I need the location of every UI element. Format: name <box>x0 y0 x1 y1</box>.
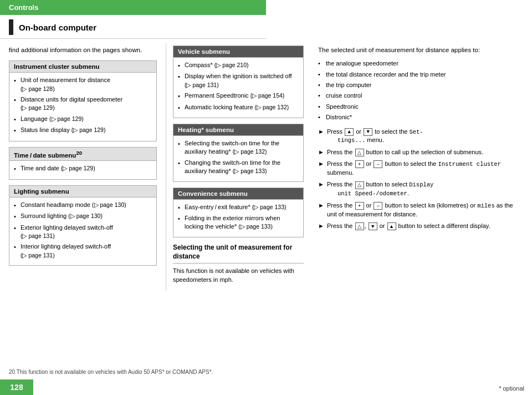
bullet-icon: • <box>318 59 324 68</box>
press-text: Press ▲ or ▼ to select the Set- tings...… <box>327 128 524 145</box>
bullet-icon: • <box>318 70 324 79</box>
list-item: • Status line display (▷ page 129) <box>14 126 152 135</box>
convenience-submenu-content: • Easy-entry / exit feature* (▷ page 133… <box>173 200 303 237</box>
press-instruction: ► Press the △ button to call up the sele… <box>318 148 524 156</box>
item-text: Time and date (▷ page 129) <box>21 164 152 173</box>
right-intro: The selected unit of measurement for dis… <box>318 45 524 55</box>
item-text: Exterior lighting delayed switch-off (▷ … <box>21 224 152 241</box>
minus-button-icon: − <box>374 160 382 168</box>
plus-button-icon2: + <box>355 202 364 210</box>
bullet-icon: • <box>318 103 324 111</box>
instrument-cluster-header: Instrument cluster submenu <box>9 61 156 73</box>
item-text: Constant headlamp mode (▷ page 130) <box>21 201 152 209</box>
time-date-header: Time / date submenu20 <box>9 148 156 161</box>
convenience-submenu-header: Convenience submenu <box>173 188 303 200</box>
main-content: find additional information on the pages… <box>0 39 532 295</box>
instrument-cluster-submenu-box: Instrument cluster submenu • Unit of mea… <box>9 60 157 141</box>
list-item: • Distance units for digital speedometer… <box>14 95 152 113</box>
item-text: Unit of measurement for distance (▷ page… <box>21 76 152 93</box>
bullet-icon: • <box>14 212 18 221</box>
bullet-icon: • <box>14 77 18 85</box>
item-text: Automatic locking feature (▷ page 132) <box>185 103 299 112</box>
section-header: Controls <box>0 0 266 15</box>
page-title: On-board computer <box>19 23 96 32</box>
page-container: Controls On-board computer find addition… <box>0 0 532 395</box>
press-instruction: ► Press the △, ▼ or ▲ button to select a… <box>318 222 524 230</box>
bullet-icon: • <box>318 113 324 121</box>
vehicle-submenu-header: Vehicle submenu <box>173 46 303 58</box>
list-item: • Time and date (▷ page 129) <box>14 164 152 173</box>
item-text: Easy-entry / exit feature* (▷ page 133) <box>185 203 299 211</box>
item-text: Interior lighting delayed switch-off (▷ … <box>21 242 152 260</box>
bullet-icon: • <box>14 126 18 135</box>
applies-item: • the trip computer <box>318 81 524 89</box>
instrument-cluster-content: • Unit of measurement for distance (▷ pa… <box>9 73 156 140</box>
applies-item: • Distronic* <box>318 113 524 121</box>
bullet-icon: • <box>178 215 182 223</box>
press-instruction: ► Press the + or − button to select the … <box>318 160 524 177</box>
lighting-content: • Constant headlamp mode (▷ page 130) • … <box>9 198 156 265</box>
item-text: Folding in the exterior mirrors when loc… <box>185 214 299 231</box>
down-button-icon2: ▼ <box>369 222 377 230</box>
press-text: Press the + or − button to select km (ki… <box>327 201 524 219</box>
list-item: • Constant headlamp mode (▷ page 130) <box>14 201 152 210</box>
page-title-area: On-board computer <box>0 15 266 39</box>
bullet-icon: • <box>318 81 324 89</box>
bullet-icon: • <box>178 204 182 212</box>
vehicle-submenu-content: • Compass* (▷ page 210) • Display when t… <box>173 58 303 118</box>
bullet-icon: • <box>14 201 18 210</box>
optional-label: * optional <box>491 382 532 395</box>
nav-button-icon3: △ <box>355 222 364 230</box>
list-item: • Compass* (▷ page 210) <box>178 61 299 70</box>
list-item: • Folding in the exterior mirrors when l… <box>178 214 299 231</box>
press-instruction: ► Press the △ button to select Display u… <box>318 180 524 198</box>
arrow-icon: ► <box>318 201 325 210</box>
right-column: The selected unit of measurement for dis… <box>310 43 532 291</box>
arrow-icon: ► <box>318 160 325 168</box>
list-item: • Language (▷ page 129) <box>14 115 152 124</box>
applies-item: • the total distance recorder and the tr… <box>318 70 524 79</box>
applies-item: • Speedtronic <box>318 103 524 111</box>
bullet-icon: • <box>318 92 324 100</box>
down-button-icon: ▼ <box>364 128 372 136</box>
bullet-icon: • <box>14 96 18 104</box>
intro-text: find additional information on the pages… <box>9 45 157 55</box>
arrow-icon: ► <box>318 180 325 189</box>
nav-button-icon4: ▲ <box>387 222 396 230</box>
bullet-icon: • <box>14 115 18 124</box>
lighting-header: Lighting submenu <box>9 186 156 198</box>
bullet-icon: • <box>178 159 182 168</box>
page-number: 128 <box>0 379 33 395</box>
title-bar-accent <box>9 19 13 35</box>
list-item: • Easy-entry / exit feature* (▷ page 133… <box>178 203 299 212</box>
list-item: • Selecting the switch-on time for the a… <box>178 139 299 156</box>
convenience-submenu-box: Convenience submenu • Easy-entry / exit … <box>173 188 304 237</box>
left-column: find additional information on the pages… <box>0 43 166 291</box>
applies-item: • the analogue speedometer <box>318 59 524 68</box>
bullet-icon: • <box>178 92 182 100</box>
selecting-title: Selecting the unit of measurement for di… <box>173 243 304 264</box>
item-text: Permanent Speedtronic (▷ page 154) <box>185 92 299 100</box>
bullet-icon: • <box>178 62 182 70</box>
bullet-icon: • <box>14 224 18 232</box>
bullet-icon: • <box>14 243 18 251</box>
press-text: Press the △ button to call up the select… <box>327 148 524 156</box>
selecting-body: This function is not available on vehicl… <box>173 267 304 284</box>
up-button-icon: ▲ <box>345 128 354 136</box>
bullet-icon: • <box>178 104 182 112</box>
nav-button-icon2: △ <box>355 181 364 189</box>
item-text: Changing the switch-on time for the auxi… <box>185 159 299 176</box>
page-footer: 128 * optional <box>0 379 532 395</box>
item-text: Distance units for digital speedometer (… <box>21 95 152 113</box>
bullet-icon: • <box>178 73 182 81</box>
heating-submenu-header: Heating* submenu <box>173 124 303 136</box>
time-date-content: • Time and date (▷ page 129) <box>9 161 156 179</box>
list-item: • Surround lighting (▷ page 130) <box>14 212 152 221</box>
list-item: • Automatic locking feature (▷ page 132) <box>178 103 299 112</box>
press-instruction: ► Press ▲ or ▼ to select the Set- tings.… <box>318 128 524 145</box>
section-label: Controls <box>9 3 38 12</box>
arrow-icon: ► <box>318 148 325 156</box>
item-text: Selecting the switch-on time for the aux… <box>185 139 299 156</box>
minus-button-icon2: − <box>374 202 382 210</box>
arrow-icon: ► <box>318 128 325 136</box>
